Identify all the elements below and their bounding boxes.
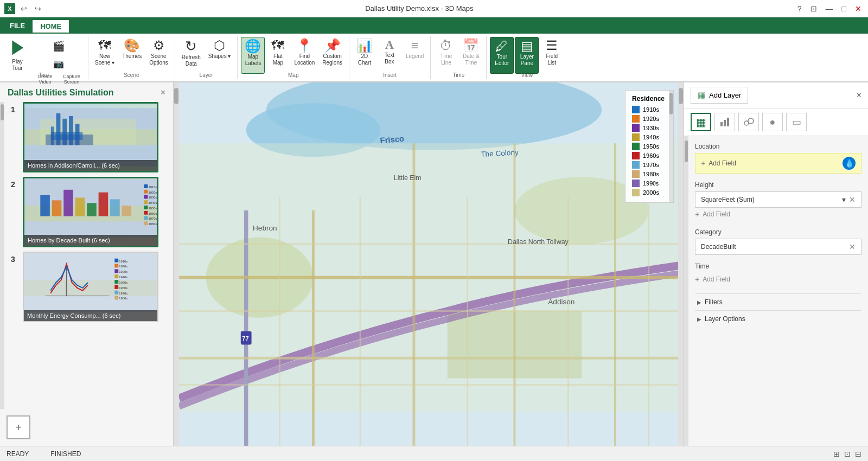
legend-item-1910s: 1910s xyxy=(632,106,667,113)
svg-text:1940s: 1940s xyxy=(148,201,157,204)
layer-type-stacked[interactable]: ▦ xyxy=(691,113,711,131)
find-location-btn[interactable]: 📍 FindLocation xyxy=(291,37,318,74)
map-vscroll-thumb[interactable] xyxy=(174,88,178,104)
status-icon-1[interactable]: ⊞ xyxy=(833,450,840,458)
create-video-btn[interactable]: 🎬 xyxy=(48,38,69,55)
undo-btn[interactable]: ↩ xyxy=(18,3,29,14)
file-menu[interactable]: FILE xyxy=(2,20,33,32)
svg-rect-49 xyxy=(114,280,118,284)
capture-screen-btn[interactable]: 📷 xyxy=(48,55,69,73)
2d-chart-btn[interactable]: 📊 2DChart xyxy=(353,37,376,74)
legend-scroll-thumb[interactable] xyxy=(669,93,673,114)
play-icon xyxy=(9,39,26,56)
status-icon-2[interactable]: ⊡ xyxy=(844,450,851,458)
help-btn[interactable]: ? xyxy=(795,3,804,14)
2d-chart-label: 2DChart xyxy=(358,53,371,66)
svg-rect-89 xyxy=(727,118,729,126)
add-layer-btn[interactable]: ▦ Add Layer xyxy=(691,87,748,104)
themes-btn[interactable]: 🎨 Themes xyxy=(119,37,145,74)
map-labels-btn[interactable]: 🌐 MapLabels xyxy=(241,37,265,74)
legend-swatch-1970s xyxy=(632,161,640,169)
right-scroll-thumb[interactable] xyxy=(685,140,688,162)
date-time-btn[interactable]: 📅 Date &Time xyxy=(459,37,483,74)
map-vscroll-right-thumb[interactable] xyxy=(679,88,683,104)
add-scene-btn[interactable]: + xyxy=(7,415,30,439)
time-line-btn[interactable]: ⏱ TimeLine xyxy=(434,37,458,74)
map-area[interactable]: 77 Frisco The Colony Little Elm Hebron D… xyxy=(174,82,684,446)
legend-swatch-1950s xyxy=(632,143,640,150)
scene-thumb-3: 1910s 1920s 1930s 1940s 1950s 1960s xyxy=(23,252,158,322)
shapes-btn[interactable]: ⬡ Shapes ▾ xyxy=(205,37,234,74)
main-content: Dallas Utilities Simulation × 1 xyxy=(0,82,868,446)
layer-type-bubble[interactable] xyxy=(738,113,759,131)
legend-swatch-2000s xyxy=(632,189,640,196)
location-droplet-icon: 💧 xyxy=(843,157,856,170)
restore-btn[interactable]: ⊡ xyxy=(808,3,819,14)
custom-regions-icon: 📌 xyxy=(324,39,341,52)
refresh-data-btn[interactable]: ↻ RefreshData xyxy=(178,37,204,74)
location-label: Location xyxy=(695,143,861,150)
tour-editor-label: TourEditor xyxy=(495,54,509,67)
new-scene-btn[interactable]: 🗺 NewScene ▾ xyxy=(92,37,118,74)
legend-btn[interactable]: ≡ Legend xyxy=(403,37,427,74)
scene-item-1[interactable]: 1 xyxy=(11,102,167,172)
field-list-btn[interactable]: ☰ FieldList xyxy=(540,37,564,74)
title-bar-right: ? ⊡ — □ ✕ xyxy=(795,3,864,14)
legend-scroll-track xyxy=(669,91,673,202)
filters-arrow: ▶ xyxy=(697,299,701,305)
right-close-btn[interactable]: × xyxy=(857,91,861,100)
new-scene-icon: 🗺 xyxy=(98,39,111,52)
svg-rect-23 xyxy=(144,190,148,194)
flat-map-btn[interactable]: 🗺 FlatMap xyxy=(266,37,290,74)
svg-text:Addison: Addison xyxy=(548,298,575,306)
svg-text:1910s: 1910s xyxy=(119,260,127,263)
layer-type-heat[interactable]: ● xyxy=(762,113,783,131)
add-scene-area: + xyxy=(0,409,173,446)
custom-regions-btn[interactable]: 📌 CustomRegions xyxy=(319,37,346,74)
svg-rect-33 xyxy=(144,216,148,220)
status-icon-3[interactable]: ⊟ xyxy=(855,450,861,458)
height-label: Height xyxy=(695,181,861,189)
height-field-clear[interactable]: ✕ xyxy=(849,195,856,204)
category-field-text: DecadeBuilt xyxy=(701,243,736,251)
time-group-label: Time xyxy=(431,72,486,78)
location-add-field[interactable]: + Add Field 💧 xyxy=(695,153,861,174)
svg-text:Little Elm: Little Elm xyxy=(394,174,422,182)
time-add-field[interactable]: + Add Field xyxy=(695,273,861,286)
home-menu[interactable]: HOME xyxy=(33,19,69,33)
scene-options-label: SceneOptions xyxy=(149,53,168,66)
height-field-value: SquareFeet (Sum) ▾ ✕ xyxy=(695,191,861,208)
minimize-btn[interactable]: — xyxy=(824,3,835,14)
time-add-label: Add Field xyxy=(703,276,730,283)
layer-pane-icon: ▤ xyxy=(521,40,533,53)
layer-type-region[interactable]: ▭ xyxy=(786,113,807,131)
scene-item-2[interactable]: 2 xyxy=(11,177,167,247)
layer-type-bar[interactable] xyxy=(714,113,735,131)
layer-pane-btn[interactable]: ▤ LayerPane xyxy=(515,37,539,74)
svg-rect-29 xyxy=(144,206,148,209)
map-labels-label: MapLabels xyxy=(245,54,261,67)
close-btn[interactable]: ✕ xyxy=(853,3,864,14)
map-svg: 77 Frisco The Colony Little Elm Hebron D… xyxy=(179,82,684,446)
scroll-thumb[interactable] xyxy=(1,104,4,120)
layer-options-expand[interactable]: ▶ Layer Options xyxy=(695,310,861,327)
text-box-btn[interactable]: A TextBox xyxy=(378,37,401,74)
category-field-clear[interactable]: ✕ xyxy=(849,242,856,251)
tour-group-label: Tour xyxy=(0,72,88,78)
height-dropdown-icon[interactable]: ▾ xyxy=(842,195,846,204)
svg-rect-9 xyxy=(51,132,83,140)
custom-regions-label: CustomRegions xyxy=(322,53,342,66)
insert-group-label: Insert xyxy=(349,72,430,78)
redo-btn[interactable]: ↪ xyxy=(33,3,43,14)
tour-close-btn[interactable]: × xyxy=(161,88,165,98)
scene-item-3[interactable]: 3 1910s xyxy=(11,252,167,322)
status-left: READY FINISHED xyxy=(7,450,81,458)
svg-text:1920s: 1920s xyxy=(148,191,157,194)
svg-rect-27 xyxy=(144,200,148,204)
height-add-field[interactable]: + Add Field xyxy=(695,208,861,221)
maximize-btn[interactable]: □ xyxy=(840,3,848,14)
filters-expand[interactable]: ▶ Filters xyxy=(695,293,861,310)
play-tour-btn[interactable]: PlayTour xyxy=(3,37,31,74)
scene-options-btn[interactable]: ⚙ SceneOptions xyxy=(146,37,171,74)
tour-editor-btn[interactable]: 🖊 TourEditor xyxy=(490,37,514,74)
